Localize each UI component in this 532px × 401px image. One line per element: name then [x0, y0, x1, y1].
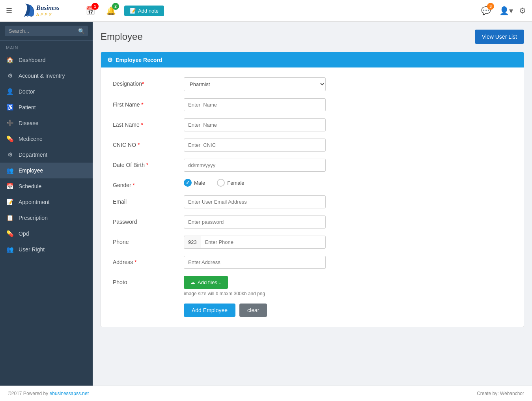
disease-icon: ➕ — [6, 120, 14, 127]
sidebar-item-label: Schedule — [19, 183, 41, 189]
cnic-label: CNIC NO * — [113, 139, 184, 148]
bell-icon-wrap[interactable]: 🔔 2 — [106, 6, 116, 15]
page-header: Employee View User List — [101, 30, 524, 44]
prescription-icon: 📋 — [6, 214, 14, 221]
first-name-input[interactable] — [184, 98, 326, 111]
email-label: Email — [113, 195, 184, 205]
gender-female-option[interactable]: Female — [217, 179, 244, 187]
phone-prefix: 923 — [184, 236, 201, 249]
chat-badge: 3 — [487, 3, 494, 10]
gender-female-label: Female — [227, 180, 244, 186]
main-content: Employee View User List ⊕ Employee Recor… — [93, 22, 532, 386]
sidebar-item-patient[interactable]: ♿ Patient — [0, 99, 93, 115]
sidebar-item-account-inventry[interactable]: ⚙ Account & Inventry — [0, 68, 93, 84]
footer-left: ©2017 Powered by ebusinessapss.net — [8, 391, 89, 396]
employee-record-card: ⊕ Employee Record Designation* Pharmist … — [101, 52, 524, 327]
card-header-title: Employee Record — [116, 57, 162, 63]
last-name-wrap — [184, 118, 326, 131]
email-row: Email — [113, 195, 512, 208]
employee-icon: 👥 — [6, 167, 14, 174]
address-label: Address * — [113, 256, 184, 265]
doctor-icon: 👤 — [6, 88, 14, 95]
cnic-input[interactable] — [184, 139, 326, 152]
footer: ©2017 Powered by ebusinessapss.net Creat… — [0, 386, 532, 401]
medicine-icon: 💊 — [6, 135, 14, 142]
appointment-icon: 📝 — [6, 199, 14, 206]
sidebar-item-employee[interactable]: 👥 Employee — [0, 163, 93, 178]
view-user-list-button[interactable]: View User List — [475, 30, 524, 44]
password-input[interactable] — [184, 215, 326, 229]
gender-label: Gender * — [113, 179, 184, 188]
gender-male-option[interactable]: Male — [184, 179, 205, 187]
sidebar-item-label: Disease — [19, 120, 39, 126]
gear-icon: ⚙ — [519, 6, 526, 15]
password-wrap — [184, 215, 326, 229]
designation-row: Designation* Pharmist Doctor Nurse Admin — [113, 77, 512, 91]
gender-male-radio[interactable] — [184, 179, 192, 187]
user-menu[interactable]: 👤▾ — [499, 6, 513, 15]
calendar-badge: 1 — [91, 3, 99, 10]
designation-label: Designation* — [113, 77, 184, 87]
sidebar-item-label: Medicene — [19, 136, 43, 142]
phone-label: Phone — [113, 236, 184, 245]
opd-icon: 💊 — [6, 230, 14, 237]
last-name-input[interactable] — [184, 118, 326, 131]
sidebar-item-prescription[interactable]: 📋 Prescription — [0, 210, 93, 226]
add-note-button[interactable]: 📝 Add note — [124, 6, 164, 16]
sidebar-item-doctor[interactable]: 👤 Doctor — [0, 84, 93, 99]
email-wrap — [184, 195, 326, 208]
sidebar-item-label: Dashboard — [19, 57, 46, 63]
sidebar-item-label: Account & Inventry — [19, 73, 65, 79]
search-input[interactable] — [5, 26, 88, 36]
upload-button[interactable]: ☁ Add files... — [184, 276, 228, 289]
search-icon: 🔍 — [78, 28, 85, 34]
gender-female-radio[interactable] — [217, 179, 225, 187]
first-name-wrap — [184, 98, 326, 111]
email-input[interactable] — [184, 195, 326, 208]
chat-icon-wrap[interactable]: 💬 3 — [481, 6, 491, 15]
designation-select[interactable]: Pharmist Doctor Nurse Admin — [184, 77, 326, 91]
dob-input[interactable] — [184, 159, 326, 172]
sidebar-item-user-right[interactable]: 👥 User Right — [0, 242, 93, 257]
sidebar-item-department[interactable]: ⚙ Department — [0, 147, 93, 163]
cnic-row: CNIC NO * — [113, 139, 512, 152]
sidebar-item-opd[interactable]: 💊 Opd — [0, 226, 93, 242]
card-header: ⊕ Employee Record — [101, 52, 524, 67]
sidebar-item-medicine[interactable]: 💊 Medicene — [0, 131, 93, 147]
phone-wrap: 923 — [184, 236, 326, 249]
sidebar-item-disease[interactable]: ➕ Disease — [0, 115, 93, 131]
user-right-icon: 👥 — [6, 246, 14, 253]
account-icon: ⚙ — [6, 72, 14, 79]
clear-button[interactable]: clear — [239, 304, 267, 317]
gender-male-label: Male — [194, 180, 205, 186]
svg-text:APPS: APPS — [36, 13, 53, 17]
page-title: Employee — [101, 31, 143, 42]
settings-icon-wrap[interactable]: ⚙ — [519, 6, 526, 15]
footer-link[interactable]: ebusinessapss.net — [50, 391, 89, 396]
designation-wrap: Pharmist Doctor Nurse Admin — [184, 77, 326, 91]
password-label: Password — [113, 215, 184, 225]
first-name-row: First Name * — [113, 98, 512, 111]
photo-row: Photo ☁ Add files... image size will b m… — [113, 276, 512, 296]
upload-icon: ☁ — [190, 279, 195, 285]
hamburger-menu-icon[interactable]: ☰ — [6, 6, 12, 15]
sidebar: 🔍 MAIN 🏠 Dashboard ⚙ Account & Inventry … — [0, 22, 93, 386]
phone-row: Phone 923 — [113, 236, 512, 249]
add-employee-button[interactable]: Add Employee — [184, 304, 235, 317]
card-body: Designation* Pharmist Doctor Nurse Admin — [101, 67, 524, 327]
sidebar-item-appointment[interactable]: 📝 Appointment — [0, 194, 93, 210]
sidebar-item-schedule[interactable]: 📅 Schedule — [0, 178, 93, 194]
dob-label: Date Of Birth * — [113, 159, 184, 168]
sidebar-item-dashboard[interactable]: 🏠 Dashboard — [0, 52, 93, 68]
phone-input[interactable] — [201, 236, 326, 249]
dob-wrap — [184, 159, 326, 172]
cnic-wrap — [184, 139, 326, 152]
svg-text:Business: Business — [36, 4, 60, 11]
address-input[interactable] — [184, 256, 326, 269]
patient-icon: ♿ — [6, 104, 14, 111]
user-icon: 👤▾ — [499, 6, 513, 15]
calendar-icon-wrap[interactable]: 📅 1 — [86, 6, 95, 15]
photo-wrap: ☁ Add files... image size will b maxm 30… — [184, 276, 326, 296]
sidebar-item-label: Department — [19, 152, 47, 158]
department-icon: ⚙ — [6, 151, 14, 158]
